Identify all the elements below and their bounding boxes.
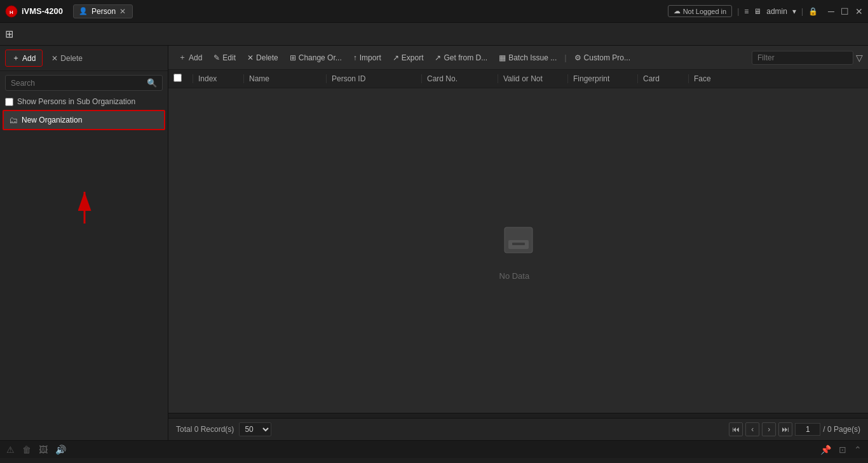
search-input[interactable] (11, 79, 147, 88)
toolbar-batch-issue-button[interactable]: ▦ Batch Issue ... (494, 51, 562, 65)
user-dropdown-icon[interactable]: ▾ (792, 7, 796, 16)
toolbar-custom-pro-button[interactable]: ⚙ Custom Pro... (569, 51, 635, 65)
next-page-button[interactable]: › (762, 422, 776, 436)
toolbar-import-button[interactable]: ↑ Import (348, 51, 386, 65)
toolbar-export-button[interactable]: ↗ Export (388, 51, 429, 65)
no-data-icon (499, 221, 538, 266)
first-page-button[interactable]: ⏮ (729, 422, 743, 436)
toolbar-add-icon: ＋ (179, 52, 186, 63)
th-card: Card (637, 74, 688, 83)
sub-org-checkbox-row[interactable]: Show Persons in Sub Organization (0, 95, 168, 109)
delete-x-icon: ✕ (51, 54, 58, 63)
prev-page-button[interactable]: ‹ (745, 422, 759, 436)
lock-icon[interactable]: 🔒 (808, 7, 818, 16)
horizontal-scrollbar[interactable] (168, 413, 868, 418)
delete-label: Delete (60, 54, 83, 63)
close-button[interactable]: ✕ (855, 6, 863, 17)
toolbar-get-label: Get from D... (444, 53, 487, 62)
last-page-button[interactable]: ⏭ (778, 422, 792, 436)
toolbar-edit-label: Edit (222, 53, 236, 62)
person-tab[interactable]: 👤 Person ✕ (73, 4, 133, 18)
main-layout: ＋ Add ✕ Delete 🔍 Show Persons in Sub Org… (0, 46, 868, 440)
user-label: admin (766, 7, 787, 16)
trash-icon: 🗑 (22, 445, 31, 455)
no-data-container: No Data (499, 221, 538, 281)
toolbar-batch-icon: ▦ (499, 53, 506, 62)
th-person-id: Person ID (326, 74, 421, 83)
cloud-status-button[interactable]: ☁ Not Logged in (668, 5, 733, 17)
filter-input[interactable] (752, 51, 853, 65)
chevron-up-icon: ⌃ (854, 445, 862, 455)
monitor-icon: 🖥 (754, 7, 761, 16)
sub-org-checkbox[interactable] (5, 98, 13, 106)
new-organization-item[interactable]: 🗂 New Organization (3, 110, 165, 130)
pin-icon: 📌 (820, 445, 831, 455)
org-item-label: New Organization (22, 116, 82, 124)
add-icon: ＋ (12, 53, 20, 64)
svg-text:H: H (10, 10, 13, 15)
table-body: No Data (168, 88, 868, 413)
page-total-label: / 0 Page(s) (823, 425, 860, 434)
content-toolbar: ＋ Add ✎ Edit ✕ Delete ⊞ Change Or... ↑ I… (168, 46, 868, 70)
minimize-button[interactable]: ─ (828, 6, 834, 17)
select-all-checkbox[interactable] (173, 74, 182, 82)
th-face: Face (688, 74, 863, 83)
app-logo: H (5, 5, 18, 18)
statusbar: ⚠ 🗑 🖼 🔊 📌 ⊡ ⌃ (0, 440, 868, 458)
toolbar-add-label: Add (189, 53, 202, 62)
no-data-text: No Data (499, 271, 538, 281)
app-name: iVMS-4200 (22, 6, 63, 16)
grid-icon[interactable]: ⊞ (5, 28, 13, 40)
table-header: Index Name Person ID Card No. Valid or N… (168, 70, 868, 88)
toolbar-delete-button[interactable]: ✕ Delete (242, 51, 283, 65)
page-size-select[interactable]: 50 100 200 (239, 422, 271, 436)
svg-rect-6 (512, 243, 525, 245)
toolbar-batch-label: Batch Issue ... (508, 53, 557, 62)
th-index: Index (193, 74, 243, 83)
th-card-no: Card No. (421, 74, 498, 83)
content-area: ＋ Add ✎ Edit ✕ Delete ⊞ Change Or... ↑ I… (168, 46, 868, 440)
toolbar-add-button[interactable]: ＋ Add (173, 50, 207, 65)
maximize-button[interactable]: ☐ (841, 6, 849, 17)
th-checkbox[interactable] (173, 74, 193, 84)
sidebar-toolbar: ＋ Add ✕ Delete (0, 46, 168, 71)
arrow-annotation (0, 46, 168, 236)
toolbar-get-icon: ↗ (435, 53, 441, 62)
toolbar-import-label: Import (360, 53, 381, 62)
delete-button[interactable]: ✕ Delete (45, 51, 89, 65)
tab-close-button[interactable]: ✕ (119, 7, 126, 16)
search-box[interactable]: 🔍 (5, 75, 163, 91)
sep2: | (801, 7, 803, 16)
filter-icon[interactable]: ▽ (856, 53, 863, 63)
volume-icon: 🔊 (55, 445, 66, 455)
titlebar: H iVMS-4200 👤 Person ✕ ☁ Not Logged in |… (0, 0, 868, 23)
toolbar-get-from-d-button[interactable]: ↗ Get from D... (430, 51, 492, 65)
total-records: Total 0 Record(s) (176, 425, 234, 434)
toolbar-delete-icon: ✕ (247, 53, 254, 62)
toolbar-edit-icon: ✎ (214, 53, 220, 62)
list-icon: ≡ (744, 7, 749, 16)
toolbar-edit-button[interactable]: ✎ Edit (208, 51, 241, 65)
sep1: | (737, 7, 739, 16)
sidebar: ＋ Add ✕ Delete 🔍 Show Persons in Sub Org… (0, 46, 168, 440)
toolbar-export-icon: ↗ (393, 53, 399, 62)
page-number-input[interactable] (795, 423, 820, 436)
tab-bar: 👤 Person ✕ (73, 4, 668, 18)
toolbar-delete-label: Delete (256, 53, 278, 62)
warning-icon: ⚠ (6, 445, 15, 455)
toolbar-custom-icon: ⚙ (574, 53, 581, 62)
th-fingerprint: Fingerprint (567, 74, 637, 83)
window-controls: ─ ☐ ✕ (828, 6, 863, 17)
pagination-nav: ⏮ ‹ › ⏭ / 0 Page(s) (729, 422, 860, 436)
sub-org-label: Show Persons in Sub Organization (17, 97, 135, 106)
add-button[interactable]: ＋ Add (5, 50, 43, 67)
toolbar-separator: | (564, 53, 566, 62)
toolbar-import-icon: ↑ (353, 53, 357, 62)
filter-area: ▽ (752, 51, 863, 65)
toolbar-change-org-button[interactable]: ⊞ Change Or... (285, 51, 347, 65)
toolbar-export-label: Export (402, 53, 424, 62)
navbar: ⊞ (0, 23, 868, 46)
toolbar-change-org-label: Change Or... (299, 53, 342, 62)
folder-icon: 🗂 (9, 115, 18, 125)
th-valid-or-not: Valid or Not (498, 74, 567, 83)
